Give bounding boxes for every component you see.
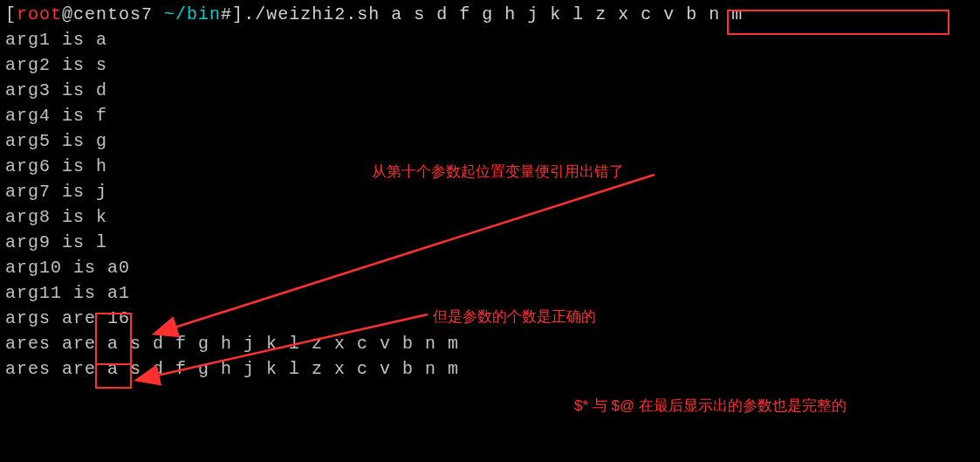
command-text: ./weizhi2.sh a s d f g h j k l z x c v b… xyxy=(243,4,743,24)
output-line: arg2 is s xyxy=(5,52,975,78)
prompt-user: root xyxy=(17,4,62,24)
prompt-space xyxy=(153,4,164,24)
highlight-box-count xyxy=(95,363,132,389)
bracket-open: [ xyxy=(5,4,17,24)
annotation-complete: $* 与 $@ 在最后显示出的参数也是完整的 xyxy=(574,393,846,418)
highlight-box-args xyxy=(727,10,949,35)
output-line: arg5 is g xyxy=(5,128,975,154)
bracket-close: ] xyxy=(232,4,243,24)
output-line: arg4 is f xyxy=(5,103,975,128)
prompt-path: ~/bin xyxy=(164,4,221,24)
prompt-hash: # xyxy=(221,4,232,24)
svg-line-1 xyxy=(175,175,654,328)
arrow-to-count xyxy=(131,310,480,389)
highlight-box-arg10-11 xyxy=(95,313,132,365)
svg-line-3 xyxy=(157,314,428,376)
prompt-host: centos7 xyxy=(73,4,153,24)
output-line: arg3 is d xyxy=(5,78,975,103)
prompt-at: @ xyxy=(62,4,73,24)
